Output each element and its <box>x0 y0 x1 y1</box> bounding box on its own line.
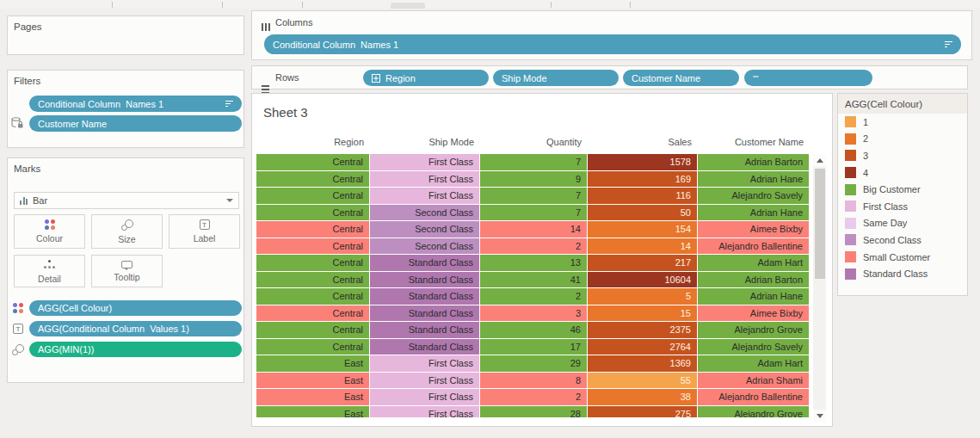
ship-mode-cell[interactable]: Standard Class <box>370 322 480 338</box>
quantity-cell[interactable]: 2 <box>480 288 588 305</box>
sales-cell[interactable]: 5 <box>588 288 698 305</box>
legend-item[interactable]: Second Class <box>838 231 967 249</box>
customer-cell[interactable]: Adam Hart <box>698 355 810 372</box>
customer-cell[interactable]: Alejandro Ballentine <box>698 238 810 255</box>
detail-button[interactable]: Detail <box>14 255 85 287</box>
customer-cell[interactable]: Adrian Shami <box>698 373 810 389</box>
quantity-cell[interactable]: 46 <box>480 322 588 338</box>
sales-cell[interactable]: 116 <box>588 188 698 204</box>
region-cell[interactable]: Central <box>256 272 370 288</box>
legend-item[interactable]: First Class <box>838 198 967 215</box>
customer-cell[interactable]: Aimee Bixby <box>698 221 810 238</box>
region-cell[interactable]: Central <box>256 305 370 322</box>
column-header-ship-mode[interactable]: Ship Mode <box>370 137 480 147</box>
marks-pill-cell-colour[interactable]: AGG(Cell Colour) <box>29 300 242 316</box>
column-header-quantity[interactable]: Quantity <box>480 137 588 147</box>
filter-pill-customer-name[interactable]: Customer Name <box>29 115 242 132</box>
customer-cell[interactable]: Alejandro Grove <box>698 406 810 418</box>
marks-pill-min1[interactable]: AGG(MIN(1)) <box>29 342 242 357</box>
sales-cell[interactable]: 50 <box>588 205 698 221</box>
ship-mode-cell[interactable]: Standard Class <box>370 272 480 288</box>
legend-item[interactable]: 3 <box>838 147 967 164</box>
ship-mode-cell[interactable]: Standard Class <box>370 339 480 355</box>
sales-cell[interactable]: 55 <box>588 373 698 389</box>
marks-pill-conditional-values[interactable]: AGG(Conditional Column Values 1) <box>29 321 242 336</box>
quantity-cell[interactable]: 2 <box>480 238 588 255</box>
customer-cell[interactable]: Alejandro Grove <box>698 322 810 338</box>
vertical-scrollbar[interactable] <box>813 154 826 423</box>
ship-mode-cell[interactable]: First Class <box>370 389 480 405</box>
legend-item[interactable]: 1 <box>838 114 967 131</box>
customer-cell[interactable]: Adrian Hane <box>698 171 810 188</box>
legend-item[interactable]: Big Customer <box>838 181 967 198</box>
quantity-cell[interactable]: 29 <box>480 355 588 372</box>
region-cell[interactable]: East <box>256 373 370 389</box>
filter-pill-conditional-column-names[interactable]: Conditional Column Names 1 <box>29 96 242 112</box>
quantity-cell[interactable]: 9 <box>480 171 588 188</box>
ship-mode-cell[interactable]: Second Class <box>370 221 480 238</box>
ship-mode-cell[interactable]: First Class <box>370 373 480 389</box>
sales-cell[interactable]: 275 <box>588 406 698 418</box>
legend-item[interactable]: Standard Class <box>838 265 967 282</box>
quantity-cell[interactable]: 2 <box>480 389 588 405</box>
quantity-cell[interactable]: 17 <box>480 339 588 355</box>
columns-pill-conditional-column-names[interactable]: Conditional Column Names 1 <box>264 34 961 54</box>
region-cell[interactable]: Central <box>256 154 370 170</box>
quantity-cell[interactable]: 14 <box>480 221 588 238</box>
sales-cell[interactable]: 217 <box>588 255 698 271</box>
legend-item[interactable]: Same Day <box>838 215 967 232</box>
column-header-customer-name[interactable]: Customer Name <box>698 137 810 147</box>
legend-item[interactable]: Small Customer <box>838 249 967 266</box>
ship-mode-cell[interactable]: First Class <box>370 171 480 188</box>
quantity-cell[interactable]: 7 <box>480 188 588 204</box>
quantity-cell[interactable]: 8 <box>480 373 588 389</box>
quantity-cell[interactable]: 13 <box>480 255 588 271</box>
ship-mode-cell[interactable]: First Class <box>370 355 480 372</box>
ship-mode-cell[interactable]: Second Class <box>370 238 480 255</box>
sales-cell[interactable]: 154 <box>588 221 698 238</box>
column-header-region[interactable]: Region <box>256 137 370 147</box>
region-cell[interactable]: Central <box>256 288 370 305</box>
region-cell[interactable]: Central <box>256 171 370 188</box>
customer-cell[interactable]: Aimee Bixby <box>698 305 810 322</box>
quantity-cell[interactable]: 7 <box>480 154 588 170</box>
expand-plus-icon[interactable] <box>372 74 380 83</box>
sales-cell[interactable]: 2375 <box>588 322 698 338</box>
scroll-up-button[interactable] <box>813 154 826 167</box>
region-cell[interactable]: Central <box>256 238 370 255</box>
region-cell[interactable]: East <box>256 355 370 372</box>
legend-item[interactable]: 4 <box>838 164 967 182</box>
ship-mode-cell[interactable]: Standard Class <box>370 255 480 271</box>
region-cell[interactable]: Central <box>256 255 370 271</box>
rows-pill-empty-string[interactable]: "" <box>744 70 872 86</box>
legend-item[interactable]: 2 <box>838 131 967 148</box>
ship-mode-cell[interactable]: First Class <box>370 188 480 204</box>
region-cell[interactable]: Central <box>256 221 370 238</box>
legend-title[interactable]: AGG(Cell Colour) <box>838 94 967 114</box>
customer-cell[interactable]: Adrian Hane <box>698 205 810 221</box>
ship-mode-cell[interactable]: First Class <box>370 154 480 170</box>
scroll-down-button[interactable] <box>813 410 826 423</box>
customer-cell[interactable]: Adrian Hane <box>698 288 810 305</box>
sales-cell[interactable]: 38 <box>588 389 698 405</box>
sales-cell[interactable]: 1369 <box>588 355 698 372</box>
customer-cell[interactable]: Adrian Barton <box>698 272 810 288</box>
column-header-sales[interactable]: Sales <box>588 137 698 147</box>
sales-cell[interactable]: 2764 <box>588 339 698 355</box>
customer-cell[interactable]: Alejandro Ballentine <box>698 389 810 405</box>
region-cell[interactable]: East <box>256 389 370 405</box>
quantity-cell[interactable]: 3 <box>480 305 588 322</box>
ship-mode-cell[interactable]: Standard Class <box>370 305 480 322</box>
sales-cell[interactable]: 14 <box>588 238 698 255</box>
ship-mode-cell[interactable]: Standard Class <box>370 288 480 305</box>
quantity-cell[interactable]: 41 <box>480 272 588 288</box>
size-button[interactable]: Size <box>91 214 163 249</box>
colour-button[interactable]: Colour <box>14 214 85 249</box>
rows-pill-region[interactable]: Region <box>363 70 489 86</box>
tooltip-button[interactable]: Tooltip <box>91 255 163 287</box>
sales-cell[interactable]: 1578 <box>588 154 698 170</box>
scrollbar-thumb[interactable] <box>815 169 825 279</box>
rows-pill-ship-mode[interactable]: Ship Mode <box>493 70 619 86</box>
quantity-cell[interactable]: 7 <box>480 205 588 221</box>
ship-mode-cell[interactable]: Second Class <box>370 205 480 221</box>
